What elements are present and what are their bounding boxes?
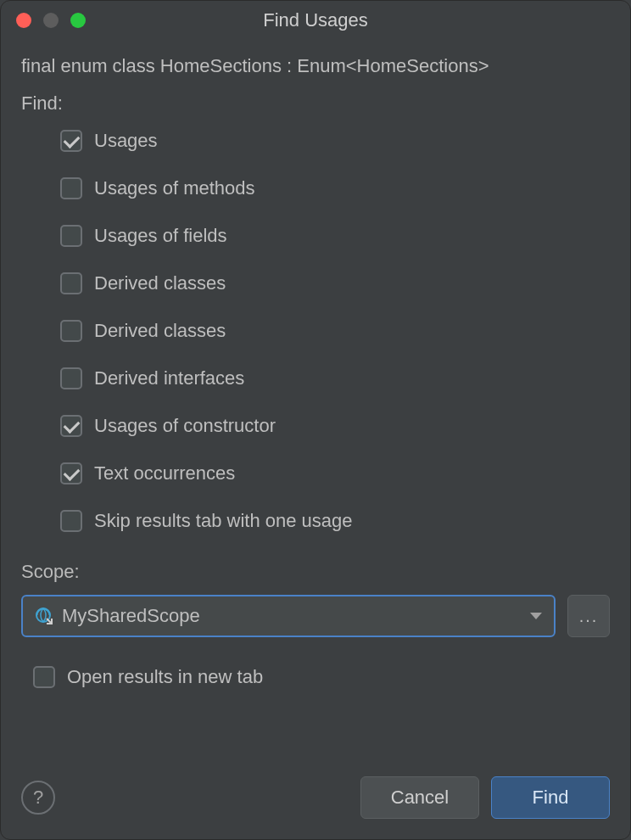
option-usages-of-constructor[interactable]: Usages of constructor bbox=[60, 415, 610, 437]
option-label: Skip results tab with one usage bbox=[94, 510, 353, 532]
option-label: Derived classes bbox=[94, 320, 226, 342]
checkbox-derived-classes-1[interactable] bbox=[60, 272, 82, 294]
option-label: Derived interfaces bbox=[94, 367, 244, 389]
option-label: Text occurrences bbox=[94, 462, 235, 484]
footer: ? Cancel Find bbox=[1, 759, 630, 839]
checkbox-text-occurrences[interactable] bbox=[60, 462, 82, 484]
shared-scope-icon bbox=[35, 607, 53, 625]
scope-more-button[interactable]: ... bbox=[567, 595, 610, 637]
option-usages[interactable]: Usages bbox=[60, 130, 610, 152]
window-controls bbox=[16, 13, 86, 28]
checkbox-usages-of-methods[interactable] bbox=[60, 177, 82, 199]
dialog-title: Find Usages bbox=[1, 9, 630, 31]
checkbox-usages-of-fields[interactable] bbox=[60, 225, 82, 247]
option-label: Usages of constructor bbox=[94, 415, 276, 437]
content: final enum class HomeSections : Enum<Hom… bbox=[1, 40, 630, 688]
option-usages-of-methods[interactable]: Usages of methods bbox=[60, 177, 610, 199]
option-label: Usages of fields bbox=[94, 225, 227, 247]
titlebar: Find Usages bbox=[1, 1, 630, 40]
close-window-button[interactable] bbox=[16, 13, 31, 28]
option-skip-single-result[interactable]: Skip results tab with one usage bbox=[60, 510, 610, 532]
option-label: Derived classes bbox=[94, 272, 226, 294]
target-signature: final enum class HomeSections : Enum<Hom… bbox=[21, 55, 610, 77]
cancel-button[interactable]: Cancel bbox=[360, 776, 479, 819]
checkbox-derived-classes-2[interactable] bbox=[60, 320, 82, 342]
checkbox-usages[interactable] bbox=[60, 130, 82, 152]
option-text-occurrences[interactable]: Text occurrences bbox=[60, 462, 610, 484]
find-button[interactable]: Find bbox=[491, 776, 610, 819]
checkbox-derived-interfaces[interactable] bbox=[60, 367, 82, 389]
checkbox-skip-single-result[interactable] bbox=[60, 510, 82, 532]
find-label: Find: bbox=[21, 92, 610, 115]
option-usages-of-fields[interactable]: Usages of fields bbox=[60, 225, 610, 247]
open-new-tab-option[interactable]: Open results in new tab bbox=[33, 666, 610, 688]
help-button[interactable]: ? bbox=[21, 781, 55, 815]
maximize-window-button[interactable] bbox=[70, 13, 86, 28]
options-list: Usages Usages of methods Usages of field… bbox=[60, 130, 610, 532]
scope-label: Scope: bbox=[21, 561, 610, 583]
scope-row: MySharedScope ... bbox=[21, 595, 610, 637]
open-new-tab-label: Open results in new tab bbox=[67, 666, 263, 688]
option-label: Usages of methods bbox=[94, 177, 255, 199]
checkbox-usages-of-constructor[interactable] bbox=[60, 415, 82, 437]
option-derived-interfaces[interactable]: Derived interfaces bbox=[60, 367, 610, 389]
scope-selected-text: MySharedScope bbox=[62, 605, 522, 627]
chevron-down-icon bbox=[530, 613, 542, 619]
option-derived-classes-2[interactable]: Derived classes bbox=[60, 320, 610, 342]
scope-select[interactable]: MySharedScope bbox=[21, 595, 556, 637]
minimize-window-button[interactable] bbox=[43, 13, 59, 28]
option-derived-classes-1[interactable]: Derived classes bbox=[60, 272, 610, 294]
checkbox-open-new-tab[interactable] bbox=[33, 666, 55, 688]
option-label: Usages bbox=[94, 130, 158, 152]
